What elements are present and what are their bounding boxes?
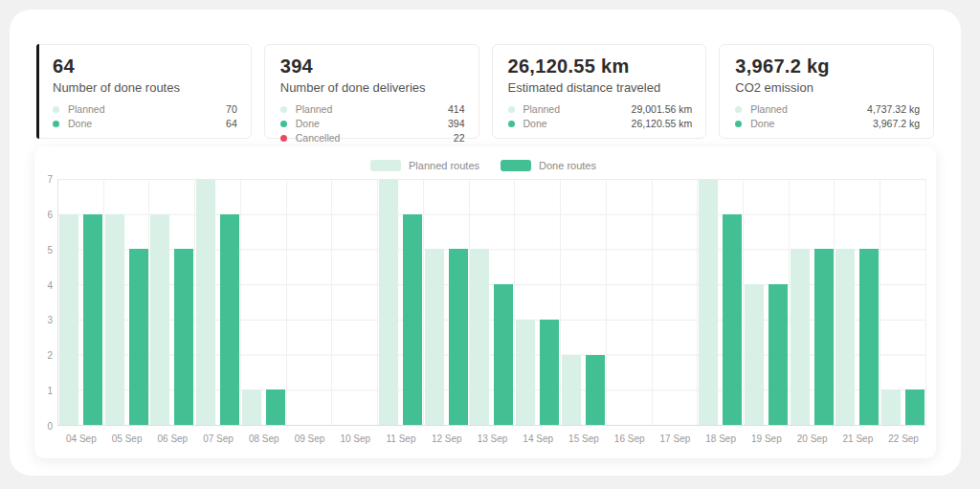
done-bar (586, 355, 605, 425)
legend-label: Planned routes (409, 160, 479, 171)
card-legend-row: Planned70 (53, 103, 237, 115)
bar-group-12-sep[interactable] (424, 179, 470, 425)
done-bar (174, 249, 193, 425)
row-value: 4,737.32 kg (867, 103, 920, 115)
cancelled-dot-icon (280, 135, 287, 142)
row-value: 22 (454, 132, 465, 144)
bar-group-10-sep[interactable] (332, 179, 378, 425)
kpi-card-done-deliveries[interactable]: 394 Number of done deliveries Planned414… (264, 44, 479, 139)
planned-dot-icon (508, 106, 515, 113)
row-label: Done (750, 118, 774, 129)
row-label: Done (296, 118, 320, 129)
bar-group-20-sep[interactable] (790, 179, 835, 425)
y-tick-label: 2 (47, 350, 53, 361)
bar-group-21-sep[interactable] (835, 179, 880, 425)
bar-group-09-sep[interactable] (287, 179, 333, 425)
bar-group-14-sep[interactable] (515, 179, 561, 425)
kpi-card-co2[interactable]: 3,967.2 kg CO2 emission Planned4,737.32 … (719, 44, 934, 139)
planned-bar (425, 249, 444, 425)
card-legend-row: Done64 (53, 118, 237, 129)
card-legend-row: Planned29,001.56 km (508, 103, 693, 115)
bar-group-15-sep[interactable] (561, 179, 607, 425)
row-value: 3,967.2 kg (873, 118, 920, 129)
done-bar (814, 249, 834, 425)
planned-dot-icon (735, 106, 742, 113)
row-value: 29,001.56 km (632, 103, 693, 115)
x-tick-label: 04 Sep (58, 433, 104, 444)
planned-bar (516, 320, 535, 425)
bar-group-17-sep[interactable] (653, 179, 699, 425)
planned-bar (699, 179, 718, 425)
planned-bar (881, 389, 901, 425)
x-tick-label: 09 Sep (287, 433, 333, 444)
done-bar (905, 389, 924, 425)
row-value: 70 (226, 103, 237, 115)
kpi-title: Estimated distance traveled (508, 80, 693, 95)
done-bar (266, 389, 285, 425)
planned-bar (59, 214, 78, 425)
done-dot-icon (280, 121, 287, 127)
x-tick-label: 20 Sep (790, 433, 835, 444)
planned-bar (150, 214, 169, 425)
legend-entry-planned-routes[interactable]: Planned routes (370, 160, 479, 171)
routes-chart-panel: Planned routes Done routes 01234567 04 S… (34, 146, 936, 458)
bar-group-22-sep[interactable] (880, 179, 925, 425)
legend-entry-done-routes[interactable]: Done routes (501, 160, 596, 171)
kpi-title: Number of done deliveries (280, 80, 465, 95)
planned-bar (562, 355, 581, 425)
y-tick-label: 3 (47, 315, 53, 325)
kpi-card-distance[interactable]: 26,120.55 km Estimated distance traveled… (492, 44, 707, 139)
x-tick-label: 19 Sep (744, 433, 790, 444)
x-tick-label: 13 Sep (470, 433, 516, 444)
row-label: Cancelled (296, 132, 341, 144)
done-dot-icon (508, 121, 515, 127)
planned-bar (242, 389, 261, 425)
bar-group-08-sep[interactable] (241, 179, 287, 425)
bar-group-04-sep[interactable] (58, 179, 104, 425)
kpi-value: 64 (53, 56, 237, 78)
card-legend-row: Planned414 (280, 103, 465, 115)
bar-group-19-sep[interactable] (744, 179, 790, 425)
done-bar (859, 249, 879, 425)
row-label: Planned (296, 103, 333, 115)
kpi-value: 394 (280, 56, 465, 78)
done-bar (768, 284, 788, 425)
x-tick-label: 11 Sep (378, 433, 424, 444)
x-tick-label: 17 Sep (653, 433, 699, 444)
row-label: Planned (750, 103, 788, 115)
bar-group-18-sep[interactable] (698, 179, 744, 425)
x-tick-label: 15 Sep (561, 433, 607, 444)
dashboard-page: 64 Number of done routes Planned70Done64… (10, 10, 961, 476)
planned-bar (379, 179, 398, 425)
x-tick-label: 18 Sep (698, 433, 744, 444)
plot-area (57, 179, 926, 426)
kpi-card-done-routes[interactable]: 64 Number of done routes Planned70Done64 (36, 44, 252, 139)
row-value: 414 (448, 103, 465, 115)
y-tick-label: 6 (47, 209, 53, 219)
bar-group-07-sep[interactable] (195, 179, 241, 425)
x-tick-label: 14 Sep (515, 433, 561, 444)
bar-group-13-sep[interactable] (470, 179, 516, 425)
card-legend-row: Cancelled22 (280, 132, 465, 144)
kpi-title: CO2 emission (735, 80, 920, 95)
card-legend-row: Planned4,737.32 kg (735, 103, 920, 115)
done-bar (723, 214, 742, 425)
x-tick-label: 07 Sep (195, 433, 241, 444)
planned-bar (745, 284, 764, 425)
planned-dot-icon (53, 106, 59, 113)
y-axis: 01234567 (40, 179, 57, 426)
x-tick-label: 22 Sep (880, 433, 926, 444)
bar-group-05-sep[interactable] (104, 179, 150, 425)
x-axis-labels: 04 Sep05 Sep06 Sep07 Sep08 Sep09 Sep10 S… (58, 433, 926, 444)
row-label: Planned (68, 103, 105, 115)
row-value: 64 (226, 118, 237, 129)
done-bar (540, 320, 559, 425)
bar-group-11-sep[interactable] (378, 179, 424, 425)
done-swatch-icon (501, 160, 531, 171)
done-bar (449, 249, 468, 425)
bar-group-16-sep[interactable] (607, 179, 653, 425)
done-bar (220, 214, 239, 425)
bar-group-06-sep[interactable] (149, 179, 195, 425)
y-tick-label: 0 (47, 421, 53, 432)
row-label: Done (68, 118, 92, 129)
